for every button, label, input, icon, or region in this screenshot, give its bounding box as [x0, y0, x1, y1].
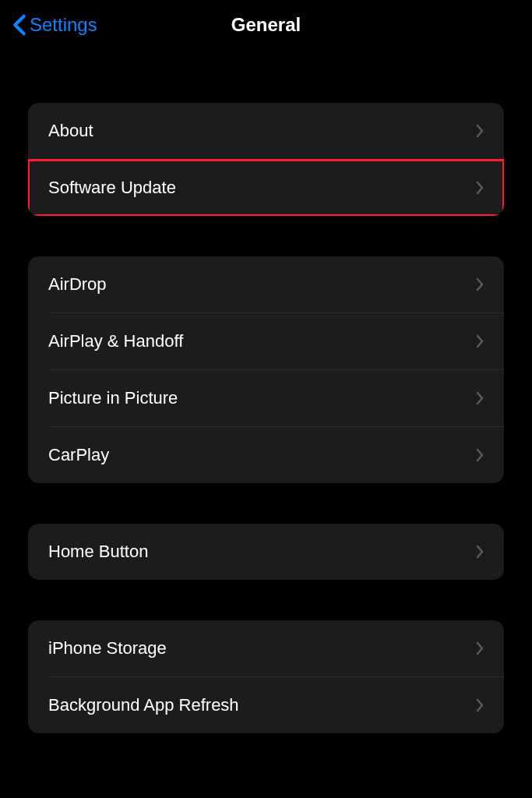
row-carplay[interactable]: CarPlay	[28, 427, 504, 483]
row-background-app-refresh[interactable]: Background App Refresh	[28, 677, 504, 733]
chevron-right-icon	[476, 181, 484, 195]
row-label: CarPlay	[48, 445, 109, 465]
row-about[interactable]: About	[28, 103, 504, 159]
row-home-button[interactable]: Home Button	[28, 524, 504, 580]
settings-group-connectivity: AirDrop AirPlay & Handoff Picture in Pic…	[28, 256, 504, 483]
chevron-right-icon	[476, 124, 484, 138]
chevron-right-icon	[476, 277, 484, 291]
chevron-left-icon	[12, 14, 26, 36]
row-iphone-storage[interactable]: iPhone Storage	[28, 620, 504, 676]
row-software-update[interactable]: Software Update	[28, 160, 504, 216]
settings-group-storage: iPhone Storage Background App Refresh	[28, 620, 504, 733]
page-title: General	[231, 14, 301, 36]
row-picture-in-picture[interactable]: Picture in Picture	[28, 370, 504, 426]
back-label: Settings	[30, 14, 97, 36]
chevron-right-icon	[476, 545, 484, 559]
row-label: Home Button	[48, 542, 148, 562]
row-label: Software Update	[48, 178, 176, 198]
row-airdrop[interactable]: AirDrop	[28, 256, 504, 312]
row-label: Background App Refresh	[48, 695, 239, 715]
chevron-right-icon	[476, 391, 484, 405]
settings-group-about: About Software Update	[28, 103, 504, 216]
row-airplay-handoff[interactable]: AirPlay & Handoff	[28, 313, 504, 369]
chevron-right-icon	[476, 448, 484, 462]
row-label: AirPlay & Handoff	[48, 331, 183, 351]
chevron-right-icon	[476, 641, 484, 655]
chevron-right-icon	[476, 334, 484, 348]
nav-header: Settings General	[0, 0, 532, 50]
row-label: Picture in Picture	[48, 388, 178, 408]
row-label: About	[48, 121, 93, 141]
row-label: AirDrop	[48, 274, 107, 295]
back-button[interactable]: Settings	[12, 14, 97, 36]
chevron-right-icon	[476, 698, 484, 712]
row-label: iPhone Storage	[48, 638, 167, 659]
settings-content: About Software Update AirDrop AirPlay & …	[0, 50, 532, 733]
settings-group-home: Home Button	[28, 524, 504, 580]
